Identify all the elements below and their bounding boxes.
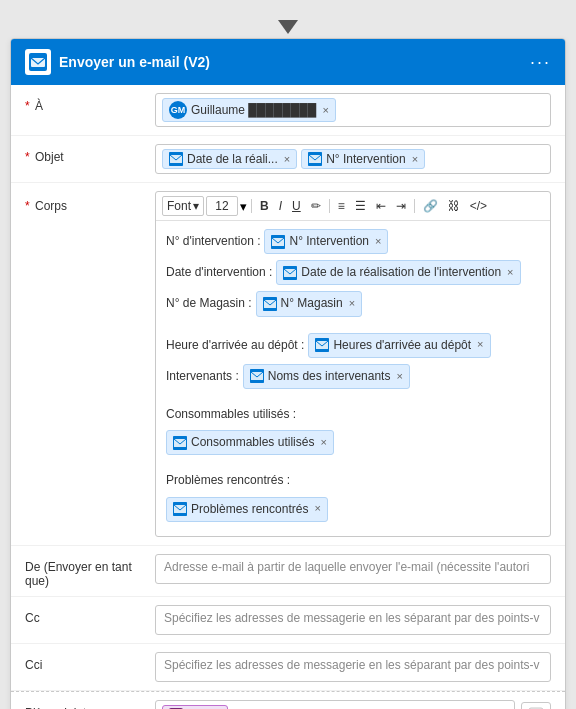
rte-line-problemes-tag: Problèmes rencontrés × (166, 497, 540, 522)
font-select[interactable]: Font ▾ (162, 196, 204, 216)
email-action-card: Envoyer un e-mail (V2) ··· * À GM Guilla… (10, 38, 566, 709)
rte-toolbar: Font ▾ 12 ▾ B I U ✏ ≡ ☰ (156, 192, 550, 221)
subject-tag-date: Date de la réali... × (162, 149, 297, 169)
to-value: GM Guillaume ████████ × (155, 93, 551, 127)
rte-tag-problemes: Problèmes rencontrés × (166, 497, 328, 522)
to-label: * À (25, 93, 155, 113)
subject-value: Date de la réali... × N° Intervention × (155, 144, 551, 174)
strikethrough-button[interactable]: ✏ (307, 197, 325, 215)
outlook-icon (25, 49, 51, 75)
rte-line-consommables-label: Consommables utilisés : (166, 405, 540, 424)
rte-tag-date: Date de la réalisation de l'intervention… (276, 260, 520, 285)
outlook-tag-icon (169, 152, 183, 166)
outlook-tag-icon-2 (308, 152, 322, 166)
to-tag-close[interactable]: × (322, 104, 328, 116)
from-field-row: De (Envoyer en tant que) Adresse e-mail … (11, 546, 565, 597)
body-label: * Corps (25, 191, 155, 213)
card-title: Envoyer un e-mail (V2) (59, 54, 210, 70)
rte-line-intervenants: Intervenants : Noms des intervenants × (166, 364, 540, 389)
rte-line-magasin: N° de Magasin : N° Magasin × (166, 291, 540, 316)
outdent-button[interactable]: ⇤ (372, 197, 390, 215)
unordered-list-button[interactable]: ☰ (351, 197, 370, 215)
to-required: * (25, 99, 30, 113)
card-menu-button[interactable]: ··· (530, 52, 551, 73)
cci-field-row: Cci Spécifiez les adresses de messagerie… (11, 644, 565, 691)
link2-button[interactable]: ⛓ (444, 197, 464, 215)
pj-wrapper: fx files × (155, 700, 551, 709)
to-tag-guillaume: GM Guillaume ████████ × (162, 98, 336, 122)
rte-outlook-icon-6 (173, 436, 187, 450)
rte-tag-intervenants-close[interactable]: × (396, 368, 402, 386)
attachments-field-row: Pièces jointes fx files × (11, 691, 565, 709)
subject-tag-intervention: N° Intervention × (301, 149, 425, 169)
rte-outlook-icon-7 (173, 502, 187, 516)
files-input[interactable]: fx files × (155, 700, 515, 709)
attachments-value: fx files × (155, 700, 551, 709)
rte-tag-intervention: N° Intervention × (264, 229, 388, 254)
main-wrapper: Envoyer un e-mail (V2) ··· * À GM Guilla… (10, 20, 566, 709)
attach-file-button[interactable] (521, 702, 551, 709)
from-input[interactable]: Adresse e-mail à partir de laquelle envo… (155, 554, 551, 584)
cci-label: Cci (25, 652, 155, 672)
body-field-row: * Corps Font ▾ 12 ▾ (11, 183, 565, 546)
link-button[interactable]: 🔗 (419, 197, 442, 215)
rte-outlook-icon-2 (283, 266, 297, 280)
contact-avatar: GM (169, 101, 187, 119)
rte-outlook-icon-4 (315, 338, 329, 352)
card-header: Envoyer un e-mail (V2) ··· (11, 39, 565, 85)
cc-input[interactable]: Spécifiez les adresses de messagerie en … (155, 605, 551, 635)
card-body: * À GM Guillaume ████████ × * (11, 85, 565, 709)
rte-tag-date-close[interactable]: × (507, 264, 513, 282)
cc-field-row: Cc Spécifiez les adresses de messagerie … (11, 597, 565, 644)
code-button[interactable]: </> (466, 197, 491, 215)
rte-line-problemes-label: Problèmes rencontrés : (166, 471, 540, 490)
toolbar-sep-1 (251, 199, 252, 213)
rte-tag-intervention-close[interactable]: × (375, 233, 381, 251)
rte-tag-problemes-close[interactable]: × (314, 500, 320, 518)
rte-outlook-icon-5 (250, 369, 264, 383)
cc-label: Cc (25, 605, 155, 625)
toolbar-sep-2 (329, 199, 330, 213)
body-value: Font ▾ 12 ▾ B I U ✏ ≡ ☰ (155, 191, 551, 537)
rte-line-intervention: N° d'intervention : N° Intervention × (166, 229, 540, 254)
header-left: Envoyer un e-mail (V2) (25, 49, 210, 75)
cc-value: Spécifiez les adresses de messagerie en … (155, 605, 551, 635)
subject-label: * Objet (25, 144, 155, 164)
rte-line-heure: Heure d'arrivée au dépôt : Heures d'arri… (166, 333, 540, 358)
rte-tag-magasin-close[interactable]: × (349, 295, 355, 313)
indent-button[interactable]: ⇥ (392, 197, 410, 215)
cci-value: Spécifiez les adresses de messagerie en … (155, 652, 551, 682)
ordered-list-button[interactable]: ≡ (334, 197, 349, 215)
cci-input[interactable]: Spécifiez les adresses de messagerie en … (155, 652, 551, 682)
font-size-input[interactable]: 12 (206, 196, 238, 216)
rte-tag-consommables-close[interactable]: × (320, 434, 326, 452)
toolbar-sep-3 (414, 199, 415, 213)
rte-line-consommables-tag: Consommables utilisés × (166, 430, 540, 455)
rte-tag-consommables: Consommables utilisés × (166, 430, 334, 455)
rte-tag-heure-close[interactable]: × (477, 336, 483, 354)
rte-tag-magasin: N° Magasin × (256, 291, 363, 316)
files-tag: fx files × (162, 705, 228, 709)
from-label: De (Envoyer en tant que) (25, 554, 155, 588)
subject-tag-intervention-close[interactable]: × (412, 153, 418, 165)
from-value: Adresse e-mail à partir de laquelle envo… (155, 554, 551, 584)
bold-button[interactable]: B (256, 197, 273, 215)
subject-field-row: * Objet Date de la réali... × (11, 136, 565, 183)
underline-button[interactable]: U (288, 197, 305, 215)
subject-input[interactable]: Date de la réali... × N° Intervention × (155, 144, 551, 174)
rte-outlook-icon-1 (271, 235, 285, 249)
rte-outlook-icon-3 (263, 297, 277, 311)
rte-tag-intervenants: Noms des intervenants × (243, 364, 410, 389)
to-input[interactable]: GM Guillaume ████████ × (155, 93, 551, 127)
rte-tag-heure: Heures d'arrivée au dépôt × (308, 333, 490, 358)
rte-container: Font ▾ 12 ▾ B I U ✏ ≡ ☰ (155, 191, 551, 537)
rte-body[interactable]: N° d'intervention : N° Intervention × (156, 221, 550, 536)
attachments-label: Pièces jointes (25, 700, 155, 709)
to-field-row: * À GM Guillaume ████████ × (11, 85, 565, 136)
italic-button[interactable]: I (275, 197, 286, 215)
flow-arrow (278, 20, 298, 34)
rte-line-date: Date d'intervention : Date de la réalisa… (166, 260, 540, 285)
subject-tag-date-close[interactable]: × (284, 153, 290, 165)
